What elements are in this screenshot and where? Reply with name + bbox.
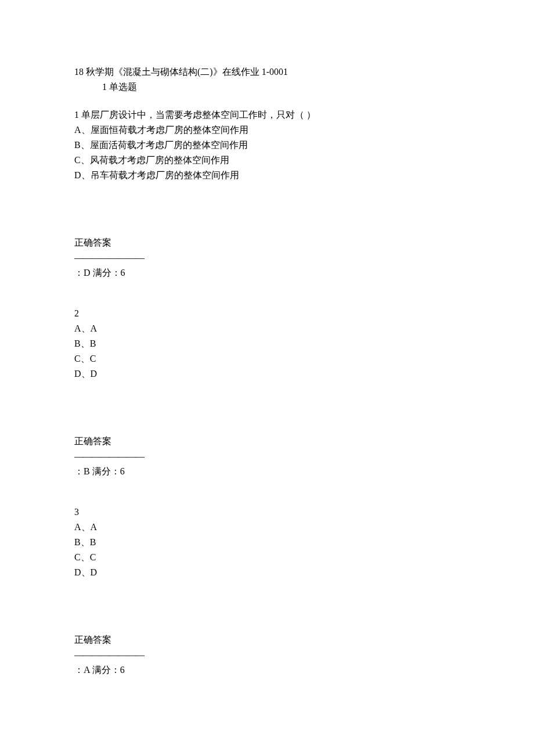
- answer-label: 正确答案: [74, 236, 460, 250]
- option-b: B、B: [74, 337, 460, 351]
- question-number: 3: [74, 505, 460, 519]
- document-title: 18 秋学期《混凝土与砌体结构(二)》在线作业 1-0001: [74, 65, 460, 79]
- answer-value: ：B 满分：6: [74, 465, 460, 478]
- answer-value: ：D 满分：6: [74, 266, 460, 280]
- option-d: D、D: [74, 367, 460, 381]
- page: 18 秋学期《混凝土与砌体结构(二)》在线作业 1-0001 1 单选题 1 单…: [0, 0, 534, 756]
- section-header: 1 单选题: [74, 80, 460, 94]
- option-a: A、A: [74, 322, 460, 336]
- option-c: C、C: [74, 352, 460, 366]
- option-a: A、屋面恒荷载才考虑厂房的整体空间作用: [74, 123, 460, 137]
- question-number: 2: [74, 307, 460, 321]
- question-text: 单层厂房设计中，当需要考虑整体空间工作时，只对（ ）: [79, 110, 316, 120]
- option-a: A、A: [74, 520, 460, 534]
- question-number: 1: [74, 110, 79, 120]
- divider: ————————: [74, 648, 460, 662]
- option-c: C、风荷载才考虑厂房的整体空间作用: [74, 153, 460, 167]
- option-d: D、吊车荷载才考虑厂房的整体空间作用: [74, 168, 460, 182]
- divider: ————————: [74, 251, 460, 265]
- option-c: C、C: [74, 550, 460, 564]
- option-b: B、B: [74, 535, 460, 549]
- question-stem: 1 单层厂房设计中，当需要考虑整体空间工作时，只对（ ）: [74, 108, 460, 122]
- option-d: D、D: [74, 566, 460, 579]
- option-b: B、屋面活荷载才考虑厂房的整体空间作用: [74, 138, 460, 152]
- divider: ————————: [74, 449, 460, 463]
- question-block: 3 A、A B、B C、C D、D 正确答案 ———————— ：A 满分：6: [74, 505, 460, 677]
- answer-value: ：A 满分：6: [74, 663, 460, 677]
- question-block: 2 A、A B、B C、C D、D 正确答案 ———————— ：B 满分：6: [74, 307, 460, 478]
- answer-label: 正确答案: [74, 434, 460, 448]
- answer-label: 正确答案: [74, 633, 460, 647]
- question-block: 1 单层厂房设计中，当需要考虑整体空间工作时，只对（ ） A、屋面恒荷载才考虑厂…: [74, 108, 460, 280]
